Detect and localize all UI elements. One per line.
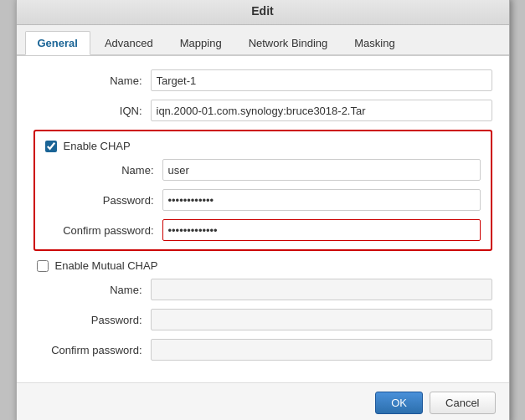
chap-password-row: Password: (45, 189, 481, 211)
tab-general[interactable]: General (25, 31, 90, 55)
name-input[interactable] (151, 69, 492, 91)
chap-confirm-label: Confirm password: (45, 224, 162, 237)
name-row: Name: (33, 69, 492, 91)
dialog-footer: OK Cancel (17, 382, 509, 420)
iqn-label: IQN: (33, 105, 151, 117)
enable-chap-label[interactable]: Enable CHAP (64, 140, 131, 152)
name-label: Name: (33, 74, 151, 87)
chap-fields: Name: Password: Confirm password: (45, 159, 481, 241)
enable-mutual-chap-label[interactable]: Enable Mutual CHAP (55, 259, 158, 272)
mutual-name-row: Name: (33, 279, 492, 300)
enable-mutual-chap-checkbox[interactable] (37, 260, 49, 272)
iqn-row: IQN: (33, 100, 492, 121)
mutual-chap-section: Enable Mutual CHAP Name: Password: Confi… (33, 259, 492, 361)
tab-mapping[interactable]: Mapping (167, 31, 234, 55)
enable-chap-checkbox[interactable] (45, 141, 57, 152)
cancel-button[interactable]: Cancel (430, 392, 495, 414)
mutual-password-input[interactable] (151, 309, 492, 330)
mutual-password-row: Password: (33, 309, 492, 330)
mutual-name-label: Name: (33, 284, 151, 296)
ok-button[interactable]: OK (375, 392, 423, 414)
mutual-confirm-label: Confirm password: (33, 344, 151, 356)
chap-name-label: Name: (45, 164, 162, 177)
tab-advanced[interactable]: Advanced (92, 31, 166, 55)
mutual-confirm-row: Confirm password: (33, 339, 492, 361)
edit-dialog: Edit General Advanced Mapping Network Bi… (16, 0, 510, 420)
chap-section: Enable CHAP Name: Password: Confirm pass… (33, 130, 492, 251)
content-area: Name: IQN: Enable CHAP Name: Password: (17, 55, 509, 382)
mutual-fields: Name: Password: Confirm password: (33, 279, 492, 361)
mutual-name-input[interactable] (151, 279, 492, 300)
chap-password-input[interactable] (162, 189, 481, 211)
tab-masking[interactable]: Masking (342, 31, 407, 55)
mutual-confirm-input[interactable] (151, 339, 492, 361)
chap-confirm-row: Confirm password: (45, 219, 481, 241)
iqn-input[interactable] (151, 100, 492, 121)
enable-chap-row: Enable CHAP (45, 140, 481, 152)
chap-name-row: Name: (45, 159, 481, 181)
enable-mutual-chap-row: Enable Mutual CHAP (37, 259, 492, 272)
chap-name-input[interactable] (162, 159, 481, 181)
chap-password-label: Password: (45, 194, 162, 207)
tab-network-binding[interactable]: Network Binding (236, 31, 341, 55)
dialog-title: Edit (17, 0, 509, 25)
mutual-password-label: Password: (33, 314, 151, 326)
chap-confirm-input[interactable] (162, 219, 481, 241)
tab-bar: General Advanced Mapping Network Binding… (17, 25, 509, 55)
